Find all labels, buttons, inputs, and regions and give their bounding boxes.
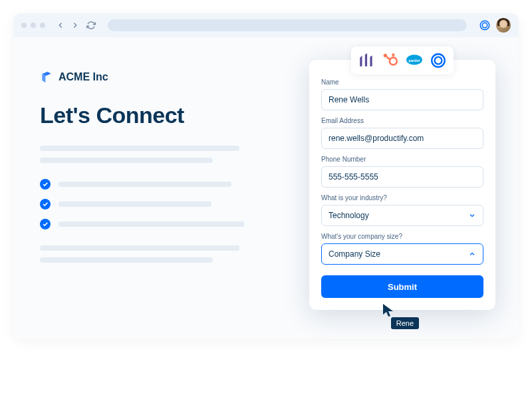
svg-point-3	[384, 54, 387, 57]
company-size-select[interactable]: Company Size	[321, 243, 483, 265]
url-bar[interactable]	[108, 19, 467, 31]
user-avatar[interactable]	[496, 18, 511, 33]
reload-icon[interactable]	[86, 21, 96, 30]
phone-label: Phone Number	[321, 156, 483, 163]
cursor-icon	[382, 303, 395, 319]
svg-point-2	[390, 58, 397, 65]
svg-text:pardot: pardot	[409, 59, 420, 63]
email-input[interactable]	[321, 128, 483, 149]
company-size-placeholder: Company Size	[329, 249, 380, 259]
email-label: Email Address	[321, 117, 483, 124]
marketo-icon	[358, 52, 375, 69]
svg-point-9	[432, 54, 445, 67]
name-label: Name	[321, 78, 483, 86]
svg-point-10	[435, 57, 442, 65]
company-size-label: What's your company size?	[321, 233, 483, 240]
collaborator-cursor: Rene	[382, 303, 419, 329]
chevron-down-icon	[468, 211, 476, 219]
brand-icon	[40, 70, 53, 84]
industry-label: What is your industry?	[321, 194, 483, 201]
svg-point-1	[482, 23, 487, 28]
maximize-dot[interactable]	[40, 23, 45, 28]
name-input[interactable]	[321, 89, 483, 110]
forward-icon[interactable]	[70, 21, 80, 30]
browser-chrome	[13, 13, 519, 37]
salesforce-icon: pardot	[406, 52, 423, 69]
phone-input[interactable]	[321, 166, 483, 188]
hubspot-icon	[382, 52, 399, 69]
check-icon	[40, 219, 51, 229]
calendly-icon[interactable]	[479, 19, 491, 31]
brand-name: ACME Inc	[59, 71, 108, 83]
description-placeholder	[40, 146, 246, 163]
svg-line-4	[387, 57, 390, 60]
svg-point-0	[480, 21, 489, 30]
integration-badges: pardot	[351, 47, 454, 74]
svg-point-5	[392, 53, 394, 56]
check-icon	[40, 199, 51, 209]
close-dot[interactable]	[21, 23, 27, 28]
back-icon[interactable]	[56, 21, 65, 30]
window-controls[interactable]	[21, 23, 45, 28]
lead-form: pardot Name Email Address Phone Number W…	[309, 60, 495, 310]
submit-button[interactable]: Submit	[321, 275, 483, 298]
industry-value: Technology	[329, 211, 369, 220]
check-icon	[40, 179, 51, 190]
footer-placeholder	[40, 245, 246, 263]
cursor-label: Rene	[391, 317, 419, 329]
minimize-dot[interactable]	[31, 23, 36, 28]
industry-select[interactable]: Technology	[321, 205, 483, 226]
chevron-up-icon	[468, 250, 476, 258]
calendly-icon	[430, 52, 447, 69]
